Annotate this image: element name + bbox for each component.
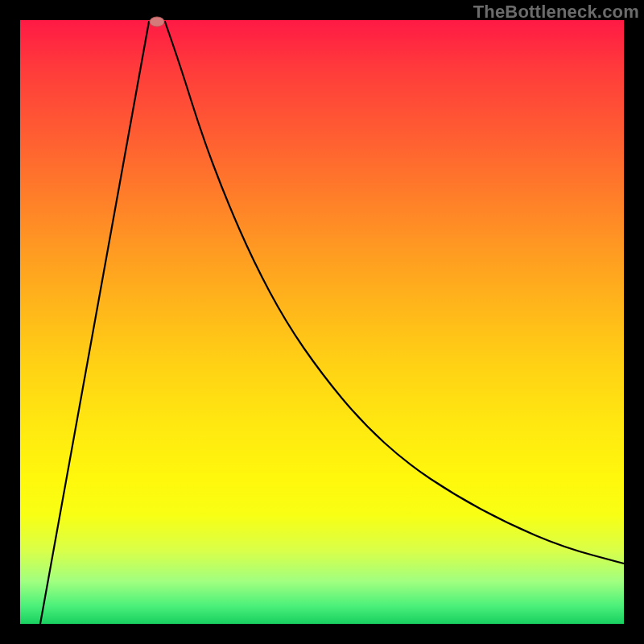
trough-marker — [150, 17, 164, 27]
right-branch-line — [165, 22, 624, 564]
left-branch-line — [40, 22, 149, 624]
chart-plot — [20, 20, 624, 624]
